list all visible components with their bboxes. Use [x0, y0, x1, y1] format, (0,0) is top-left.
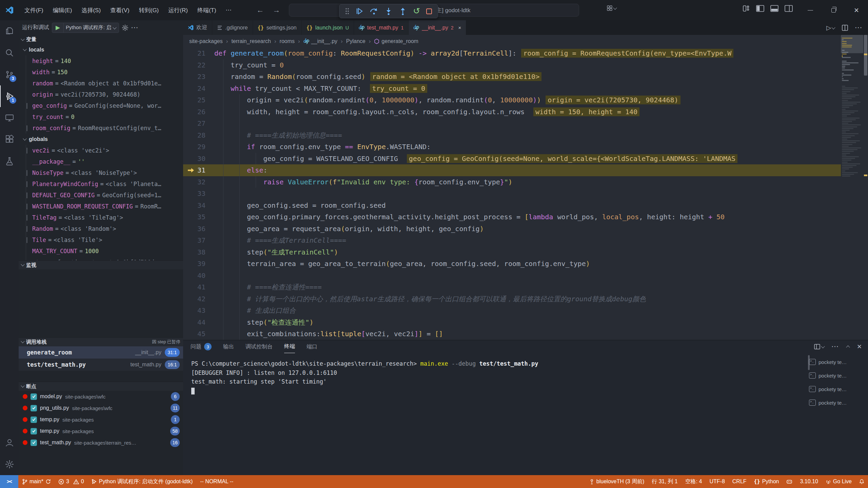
code-line-42[interactable]: 42# 计算每一个出口的中心，然后使用astar生成路径，确保每一个出口组合都可…: [183, 293, 841, 305]
breakpoint-checkbox[interactable]: [31, 393, 37, 400]
drag-handle-icon[interactable]: [345, 8, 349, 15]
activity-testing-icon[interactable]: [0, 150, 19, 172]
breadcrumb-item[interactable]: __init__.py: [303, 38, 337, 44]
code-line-25[interactable]: 25origin = vec2i(random.randint(0, 10000…: [183, 94, 841, 106]
statusbar-4[interactable]: 空格: 4: [682, 475, 706, 488]
breadcrumb-item[interactable]: site-packages: [189, 38, 223, 44]
terminal-instance-item[interactable]: pockety te…: [809, 396, 866, 409]
variable-row[interactable]: WASTELAND_ROOM_REQUEST_CONFIG=RoomR…: [26, 201, 183, 212]
variable-row[interactable]: height=140: [26, 55, 183, 66]
minimize-button[interactable]: [799, 0, 822, 20]
statusbar-errors[interactable]: 30: [55, 475, 88, 488]
variable-row[interactable]: try_count=0: [26, 111, 183, 122]
split-editor-icon[interactable]: [842, 24, 848, 31]
tab-close-icon[interactable]: ×: [458, 25, 461, 30]
layout-grid-button[interactable]: [607, 5, 616, 11]
menu-item-5[interactable]: 运行(R): [163, 4, 193, 16]
variables-group-globals[interactable]: globals: [19, 134, 183, 145]
breakpoints-section-header[interactable]: 断点: [19, 382, 183, 391]
statusbar-notifications[interactable]: [855, 475, 868, 488]
editor-scrollbar[interactable]: [863, 35, 868, 340]
terminal-output[interactable]: PS C:\computer_science\godot-ldtk\site-p…: [191, 359, 800, 472]
activity-account-icon[interactable]: [0, 432, 19, 453]
terminal-instance-item[interactable]: pockety te…: [809, 369, 866, 382]
code-line-33[interactable]: 33: [183, 188, 841, 200]
variable-row[interactable]: Tile=<class 'Tile'>: [26, 234, 183, 245]
variables-section-header[interactable]: 变量: [19, 35, 183, 44]
breakpoint-row[interactable]: temp.pysite-packages1: [19, 414, 183, 425]
breakpoint-checkbox[interactable]: [31, 428, 37, 434]
menu-item-6[interactable]: 终端(T): [193, 4, 221, 16]
code-line-35[interactable]: 35geo_config.primary_forces.geothermal_a…: [183, 211, 841, 223]
statusbar-311[interactable]: 行 31, 列 1: [648, 475, 681, 488]
nav-back-icon[interactable]: ←: [257, 6, 264, 15]
tab-test_math.py[interactable]: test_math.py1: [354, 20, 409, 35]
gear-icon[interactable]: [122, 24, 129, 31]
toggle-secondary-sidebar-icon[interactable]: [785, 5, 793, 12]
minimap[interactable]: [841, 35, 863, 340]
variable-row[interactable]: geo_config=GeoConfig(seed=None, wor…: [26, 100, 183, 111]
code-line-23[interactable]: 23random = Random(room_config.seed)rando…: [183, 71, 841, 83]
menu-more[interactable]: ⋯: [221, 4, 236, 16]
activity-settings-icon[interactable]: [0, 453, 19, 475]
menu-item-2[interactable]: 选择(S): [77, 4, 105, 16]
tab-launch.json[interactable]: {}launch.jsonU: [302, 20, 354, 35]
watch-section-header[interactable]: 监视: [19, 260, 183, 269]
panel-more-actions-icon[interactable]: ···: [832, 344, 839, 350]
nav-forward-icon[interactable]: →: [273, 6, 280, 15]
run-python-file-button[interactable]: ▷: [826, 24, 835, 32]
breadcrumb-item[interactable]: rooms: [280, 38, 295, 44]
breakpoint-checkbox[interactable]: [31, 416, 37, 423]
menu-item-4[interactable]: 转到(G): [134, 4, 164, 16]
statusbar-copilot[interactable]: [783, 475, 796, 488]
terminal-instance-item[interactable]: pockety te…: [809, 355, 866, 369]
remote-indicator[interactable]: ><: [0, 475, 18, 488]
activity-source-control-icon[interactable]: 3: [0, 64, 19, 85]
statusbar-go-live[interactable]: Go Live: [822, 475, 855, 488]
code-line-31[interactable]: 31else:: [183, 164, 841, 176]
variable-row[interactable]: width=150: [26, 66, 183, 78]
panel-tab-输出[interactable]: 输出: [223, 340, 234, 353]
code-line-44[interactable]: 44step("检查连通性"): [183, 317, 841, 328]
breadcrumb-item[interactable]: terrain_research: [231, 38, 271, 44]
variable-row[interactable]: MAX_TRY_COUNT=1000: [26, 245, 183, 257]
close-window-button[interactable]: ✕: [845, 0, 868, 20]
panel-tab-端口[interactable]: 端口: [307, 340, 317, 353]
code-line-30[interactable]: 30geo_config = WASTELAND_GEO_CONFIG geo_…: [183, 153, 841, 165]
step-into-button[interactable]: [384, 7, 393, 15]
variable-row[interactable]: DEFAULT_GEO_CONFIG=GeoConfig(seed=1…: [26, 189, 183, 201]
code-line-43[interactable]: 43# 生成出口组合: [183, 305, 841, 317]
code-line-37[interactable]: 37# ====生成TerrainCell====: [183, 235, 841, 246]
breakpoint-row[interactable]: test_math.pysite-packages\terrain_res…16: [19, 437, 183, 448]
activity-run-debug-icon[interactable]: 1: [0, 85, 19, 107]
terminal-instance-item[interactable]: pockety te…: [809, 382, 866, 396]
breadcrumb[interactable]: site-packages›terrain_research›rooms›__i…: [183, 35, 841, 47]
tab-__init__.py[interactable]: __init__.py2×: [409, 20, 466, 35]
statusbar-git-branch[interactable]: main*: [18, 475, 55, 488]
tab-.gdignore[interactable]: .gdignore: [212, 20, 253, 35]
statusbar-CRLF[interactable]: CRLF: [729, 475, 750, 488]
code-line-40[interactable]: 40: [183, 270, 841, 282]
breakpoint-row[interactable]: temp.pysite-packages58: [19, 425, 183, 437]
breakpoint-row[interactable]: png_utils.pysite-packages\wfc11: [19, 402, 183, 414]
variables-group-locals[interactable]: locals: [19, 44, 183, 55]
customize-layout-icon[interactable]: [743, 5, 750, 12]
maximize-panel-icon[interactable]: [846, 345, 850, 349]
code-line-24[interactable]: 24while try_count < MAX_TRY_COUNT: try_c…: [183, 83, 841, 95]
variable-row[interactable]: Random=<class 'Random'>: [26, 223, 183, 234]
menu-item-3[interactable]: 查看(V): [105, 4, 134, 16]
stop-button[interactable]: [426, 8, 432, 14]
editor-more-actions-icon[interactable]: ···: [855, 25, 863, 31]
tab-[interactable]: 欢迎: [183, 20, 212, 35]
launch-config-widget[interactable]: ▶ Python 调试程序: 启: [52, 23, 119, 33]
code-editor[interactable]: 21def generate_room(room_config: RoomReq…: [183, 47, 841, 340]
activity-remote-explorer-icon[interactable]: [0, 107, 19, 129]
variable-row[interactable]: random=<Random object at 0x1bf9d01e…: [26, 78, 183, 89]
breadcrumb-item[interactable]: generate_room: [374, 38, 418, 44]
call-stack-frame[interactable]: generate_room__init__.py31:1: [19, 346, 183, 359]
variable-row[interactable]: NoiseType=<class 'NoiseType'>: [26, 167, 183, 178]
breakpoint-row[interactable]: model.pysite-packages\wfc6: [19, 391, 183, 402]
code-line-41[interactable]: 41# ====检查连通性====: [183, 281, 841, 293]
code-line-32[interactable]: 32raise ValueError(f"Invalid env type: {…: [183, 176, 841, 188]
start-debug-icon[interactable]: ▶: [52, 23, 64, 33]
